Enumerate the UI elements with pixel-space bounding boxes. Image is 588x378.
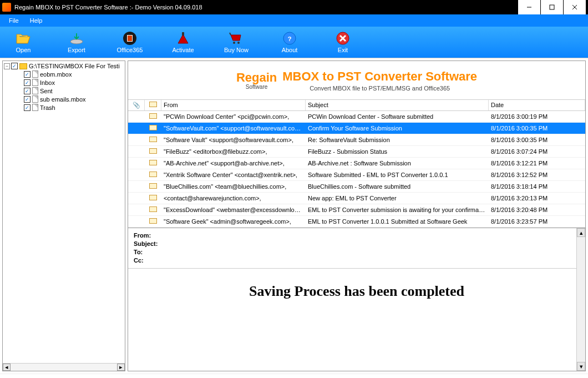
cell-date: 8/1/2016 3:07:24 PM	[489, 148, 585, 155]
cell-subject: New app: EML to PST Converter	[306, 195, 489, 201]
window-title: Regain MBOX to PST Converter Software :-…	[14, 4, 518, 11]
tree-root[interactable]: − ✓ G:\TESTING\MBOX File For Testi	[4, 62, 124, 70]
email-row[interactable]: <contact@sharewarejunction.com>,New app:…	[128, 193, 585, 204]
preview-vertical-scrollbar[interactable]: ▴ ▾	[576, 228, 585, 371]
export-button[interactable]: Export	[60, 31, 93, 53]
cell-date: 8/1/2016 3:12:21 PM	[489, 160, 585, 167]
checkbox[interactable]: ✓	[24, 96, 31, 103]
svg-point-4	[70, 39, 83, 44]
scroll-up-icon[interactable]: ▴	[577, 228, 585, 237]
envelope-icon	[149, 148, 157, 154]
tree-item[interactable]: ✓eobm.mbox	[4, 70, 124, 78]
about-button[interactable]: ? About	[273, 31, 306, 53]
cell-envelope	[145, 160, 161, 167]
cell-subject: EML to PST Converter submission is await…	[306, 206, 489, 213]
grid-header[interactable]: 📎 From Subject Date	[128, 100, 585, 111]
envelope-icon	[149, 183, 157, 189]
cell-from: "FileBuzz" <editorbox@filebuzz.com>,	[161, 148, 306, 155]
exit-icon	[335, 31, 351, 46]
column-date[interactable]: Date	[489, 100, 585, 110]
collapse-icon[interactable]: −	[4, 63, 10, 69]
menu-help[interactable]: Help	[24, 16, 48, 26]
tree-item[interactable]: ✓Trash	[4, 103, 124, 112]
cell-envelope	[145, 218, 161, 225]
buynow-label: Buy Now	[224, 47, 249, 53]
cell-date: 8/1/2016 3:23:57 PM	[489, 218, 585, 225]
activate-button[interactable]: Activate	[166, 31, 200, 53]
export-icon	[69, 31, 84, 46]
email-row[interactable]: "PCWin Download Center" <pci@pcwin.com>,…	[128, 111, 585, 123]
checkbox[interactable]: ✓	[24, 88, 31, 94]
cell-subject: Re: SoftwareVault Submission	[306, 137, 489, 143]
email-row[interactable]: "BlueChillies.com" <team@bluechillies.co…	[128, 181, 585, 193]
logo-title: Regain	[236, 70, 277, 85]
minimize-button[interactable]	[518, 0, 540, 14]
cell-subject: AB-Archive.net : Software Submission	[306, 160, 489, 167]
preview-message: Saving Process has been completed	[128, 269, 585, 371]
file-icon	[32, 104, 38, 111]
office365-button[interactable]: Office365	[113, 31, 146, 53]
content-panel: Regain Software MBOX to PST Converter So…	[128, 61, 586, 371]
email-row[interactable]: "Xentrik Software Center" <contact@xentr…	[128, 169, 585, 181]
email-row[interactable]: "Software Vault" <support@softwarevault.…	[128, 134, 585, 146]
email-row[interactable]: "Software Geek" <admin@softwaregeek.com>…	[128, 216, 585, 228]
tree-item-label: sub emails.mbox	[40, 96, 86, 103]
file-icon	[32, 95, 38, 103]
checkbox[interactable]: ✓	[24, 79, 31, 86]
buynow-button[interactable]: Buy Now	[220, 31, 253, 53]
tree-item[interactable]: ✓Sent	[4, 87, 124, 95]
column-envelope[interactable]	[145, 100, 161, 110]
checkbox[interactable]: ✓	[24, 104, 31, 111]
cell-envelope	[145, 113, 161, 120]
menu-file[interactable]: File	[3, 16, 24, 26]
folder-tree[interactable]: − ✓ G:\TESTING\MBOX File For Testi ✓eobm…	[2, 61, 125, 371]
exit-button[interactable]: Exit	[326, 31, 359, 53]
product-banner: Regain Software MBOX to PST Converter So…	[128, 61, 585, 100]
cell-envelope	[145, 172, 161, 178]
svg-rect-1	[550, 5, 554, 9]
svg-rect-8	[182, 32, 184, 36]
email-row[interactable]: "AB-Archive.net" <support@ab-archive.net…	[128, 158, 585, 169]
cell-date: 8/1/2016 3:00:19 PM	[489, 113, 585, 120]
column-subject[interactable]: Subject	[306, 100, 489, 110]
activate-icon	[175, 31, 191, 46]
cell-date: 8/1/2016 3:20:48 PM	[489, 206, 585, 213]
email-row[interactable]: "ExcessDownload" <webmaster@excessdownlo…	[128, 204, 585, 216]
scroll-down-icon[interactable]: ▾	[577, 362, 585, 371]
checkbox[interactable]: ✓	[11, 63, 18, 69]
cell-envelope	[145, 206, 161, 213]
envelope-icon	[149, 172, 157, 177]
cell-envelope	[145, 183, 161, 190]
column-attachment[interactable]: 📎	[128, 100, 145, 110]
svg-point-10	[237, 42, 240, 44]
preview-from-label: From:	[134, 231, 580, 240]
envelope-icon	[149, 206, 157, 212]
export-label: Export	[68, 47, 85, 53]
open-button[interactable]: Open	[7, 31, 40, 53]
cell-from: "SoftwareVault.com" <support@softwarevau…	[161, 125, 306, 132]
title-bar: Regain MBOX to PST Converter Software :-…	[0, 0, 588, 14]
scroll-left-icon[interactable]: ◂	[3, 364, 11, 371]
email-row[interactable]: "SoftwareVault.com" <support@softwarevau…	[128, 123, 585, 134]
office365-icon	[122, 31, 138, 46]
app-icon	[2, 3, 11, 12]
envelope-icon	[149, 125, 157, 130]
maximize-button[interactable]	[541, 0, 563, 14]
preview-subject-label: Subject:	[134, 240, 580, 248]
tree-item[interactable]: ✓sub emails.mbox	[4, 95, 124, 103]
cell-date: 8/1/2016 3:18:14 PM	[489, 183, 585, 190]
checkbox[interactable]: ✓	[24, 71, 31, 78]
email-row[interactable]: "FileBuzz" <editorbox@filebuzz.com>,File…	[128, 146, 585, 158]
cell-from: "ExcessDownload" <webmaster@excessdownlo…	[161, 206, 306, 213]
tree-item[interactable]: ✓Inbox	[4, 78, 124, 87]
tree-horizontal-scrollbar[interactable]: ◂ ▸	[3, 363, 125, 371]
cell-from: "BlueChillies.com" <team@bluechillies.co…	[161, 183, 306, 190]
close-button[interactable]	[564, 0, 586, 14]
toolbar: Open Export Office365 Activate Buy Now ?…	[0, 27, 588, 58]
file-icon	[32, 79, 38, 86]
column-from[interactable]: From	[161, 100, 306, 110]
envelope-icon	[149, 160, 157, 165]
scroll-right-icon[interactable]: ▸	[117, 364, 125, 371]
tree-root-label: G:\TESTING\MBOX File For Testi	[29, 63, 120, 69]
about-label: About	[282, 47, 298, 53]
